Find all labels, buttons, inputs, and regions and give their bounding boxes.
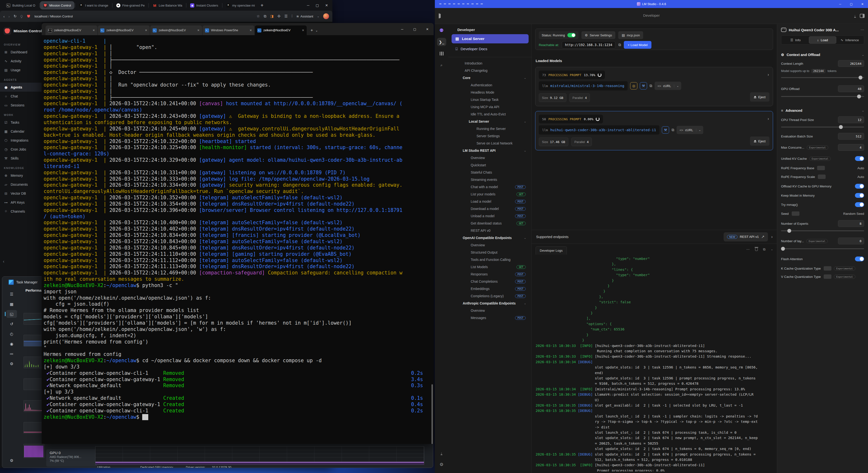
docs-nav-item[interactable]: API Changelog	[448, 67, 531, 74]
slider-thumb[interactable]	[781, 247, 785, 251]
copy-url-icon[interactable]: ⧉	[618, 43, 621, 47]
tm-disk-thumbnail[interactable]	[24, 357, 44, 368]
downloads-icon[interactable]: ↓	[854, 14, 856, 18]
browser-tab[interactable]: ◆Instant Clusters	[187, 1, 221, 9]
docs-nav-item[interactable]: List ModelsGET	[448, 263, 531, 271]
chevron-down-icon[interactable]: ⌄	[317, 15, 319, 18]
tab-close-icon[interactable]: ✕	[250, 29, 252, 32]
sidebar-item-api-keys[interactable]: ⊶API Keys	[0, 198, 42, 207]
server-toggle[interactable]	[567, 33, 576, 37]
copy-model-icon[interactable]: ⧉	[650, 84, 652, 88]
rail-download-icon[interactable]: ↓	[441, 451, 443, 455]
terminal-maximize-button[interactable]: ▢	[408, 27, 421, 31]
tab-close-icon[interactable]: ✕	[302, 29, 304, 32]
server-status-chip[interactable]: Status: Running	[539, 31, 579, 39]
docs-nav-item[interactable]: Completions (Legacy)POST	[448, 292, 531, 300]
setting-slider[interactable]	[781, 77, 864, 78]
chevron-down-icon[interactable]: ⌄	[524, 77, 526, 80]
toggle-right-panel-icon[interactable]	[860, 14, 865, 18]
chevron-down-icon[interactable]: ⌄	[524, 149, 526, 152]
setting-slider[interactable]	[781, 96, 864, 97]
docs-nav-item[interactable]: Core⌄	[448, 74, 531, 82]
terminal-output[interactable]: openclaw-cli-1 |openclaw-gateway-1 | │ "…	[42, 35, 434, 420]
docs-nav-item[interactable]: Overview	[448, 241, 531, 249]
tm-performance-icon[interactable]: ◱	[6, 310, 17, 318]
sidebar-collapse-button[interactable]: ‹	[3, 259, 4, 264]
model-name[interactable]: huihui-qwen3-coder-30b-a3b-instruct-abli…	[550, 128, 656, 132]
server-url[interactable]: http://192.168.3.31:1234	[562, 41, 615, 49]
setting-value-input[interactable]: 8	[838, 220, 864, 227]
docs-nav-item[interactable]: Server Settings	[448, 132, 531, 140]
copy-link-icon[interactable]: ⧉	[264, 14, 266, 19]
card-expand-chevron[interactable]: ›	[768, 117, 769, 121]
sidebar-item-cron-jobs[interactable]: ◷Cron Jobs	[0, 145, 42, 154]
tab-close-icon[interactable]: ✕	[145, 29, 147, 32]
browser-minimize-button[interactable]: ─	[307, 3, 309, 7]
setting-checkbox[interactable]	[817, 166, 825, 170]
setting-checkbox[interactable]	[792, 211, 800, 216]
rest-api-v1-button[interactable]: NEW REST API v1 ↗	[724, 232, 768, 241]
menu-lines-icon[interactable]: ☰	[284, 14, 287, 19]
browser-tab[interactable]: ●Fine-grained Pe	[113, 1, 148, 9]
browser-tab[interactable]: *I want to change	[75, 1, 112, 9]
docs-nav-item[interactable]: Local Server⌄	[448, 118, 531, 125]
card-expand-chevron[interactable]: ›	[768, 72, 769, 77]
lms-maximize-button[interactable]: ▢	[846, 0, 857, 8]
docs-nav-item[interactable]: Introduction	[448, 60, 531, 67]
assistant-button[interactable]: ≋Assistant	[296, 14, 313, 18]
profile-avatar[interactable]	[323, 13, 329, 19]
eject-button[interactable]: Eject	[750, 92, 769, 101]
browser-tab[interactable]: Mission Control	[40, 1, 74, 9]
tools-capability-icon[interactable]: ⚒	[662, 126, 669, 134]
docs-nav-item[interactable]: List your modelsGET	[448, 190, 531, 198]
browser-tab[interactable]: >_Building Local O	[3, 1, 39, 9]
sidebar-item-skills[interactable]: ⚒Skills	[0, 154, 42, 163]
tm-users-icon[interactable]: ◉	[6, 340, 17, 348]
tm-startup-icon[interactable]: ◴	[6, 330, 17, 338]
terminal-tab[interactable]: >_Windows PowerShe✕	[203, 26, 254, 35]
reader-mode-icon[interactable]: ◨	[270, 14, 274, 19]
docs-nav-item[interactable]: Authentication	[448, 82, 531, 89]
server-settings-button[interactable]: ⚙Server Settings	[581, 31, 615, 39]
tm-settings-icon[interactable]: ⚙	[6, 456, 17, 464]
address-bar[interactable]: localhost / Mission Control	[35, 14, 73, 18]
sidebar-item-usage[interactable]: ▤Usage	[0, 65, 42, 75]
chevron-down-icon[interactable]: ⌄	[862, 53, 864, 57]
sidebar-item-calendar[interactable]: ▦Calendar	[0, 127, 42, 136]
nav-developer-docs[interactable]: ⌺Developer Docs	[452, 45, 529, 54]
tm-processes-icon[interactable]: ▦	[6, 300, 17, 308]
setting-checkbox[interactable]	[818, 175, 826, 179]
chevron-down-icon[interactable]: ⌄	[862, 109, 864, 112]
sidebar-item-memory[interactable]: ⊛Memory	[0, 171, 42, 180]
tm-disk2-thumbnail[interactable]	[24, 379, 44, 390]
slider-thumb[interactable]	[859, 76, 862, 80]
slider-thumb[interactable]	[787, 229, 791, 233]
docs-nav-item[interactable]: Get download statusGET	[448, 220, 531, 227]
mic-icon[interactable]: ⍜	[21, 14, 23, 19]
logs-more-icon[interactable]: ⋯	[746, 247, 750, 251]
logs-output[interactable]: "type": "number" }, "lines": { "type": "…	[532, 255, 777, 472]
setting-value-input[interactable]: 0	[838, 238, 864, 244]
terminal-tab[interactable]: >_zelkein@NucBoxEV✕	[255, 26, 307, 35]
discover-models-icon[interactable]: ⌕	[437, 61, 446, 69]
vision-capability-icon[interactable]: ◎	[630, 82, 638, 89]
extension-icon[interactable]: ✣	[277, 14, 281, 19]
model-name[interactable]: mistralai/ministral-3-14b-reasoning	[550, 84, 624, 88]
browser-maximize-button[interactable]: ▢	[316, 3, 319, 7]
docs-nav-item[interactable]: Chat CompletionsPOST	[448, 278, 531, 285]
docs-nav-item[interactable]: Overview	[448, 154, 531, 161]
docs-nav-item[interactable]: Load a modelPOST	[448, 198, 531, 205]
docs-nav-item[interactable]: Anthropic Compatible Endpoints⌄	[448, 300, 531, 307]
mcp-json-button[interactable]: ▤mcp.json	[618, 31, 643, 39]
docs-nav-item[interactable]: REST API v0	[448, 227, 531, 234]
terminal-tab[interactable]: >_zelkein@NucBoxEV✕	[98, 26, 150, 35]
tm-gpu-thumbnail[interactable]	[24, 444, 44, 458]
docs-nav-item[interactable]: OpenAI Compatible Endpoints⌄	[448, 234, 531, 241]
tm-ethernet-thumbnail[interactable]	[24, 400, 44, 412]
curl-button[interactable]: <>cURL⌄	[677, 126, 703, 134]
sidebar-item-vector-db[interactable]: ⊟Vector DB	[0, 189, 42, 198]
setting-value-input[interactable]: 4	[838, 144, 864, 151]
setting-value-input[interactable]: 512	[838, 133, 864, 140]
browser-tab[interactable]: *my openclaw mi	[223, 1, 258, 9]
docs-nav-item[interactable]: Overview	[448, 307, 531, 314]
